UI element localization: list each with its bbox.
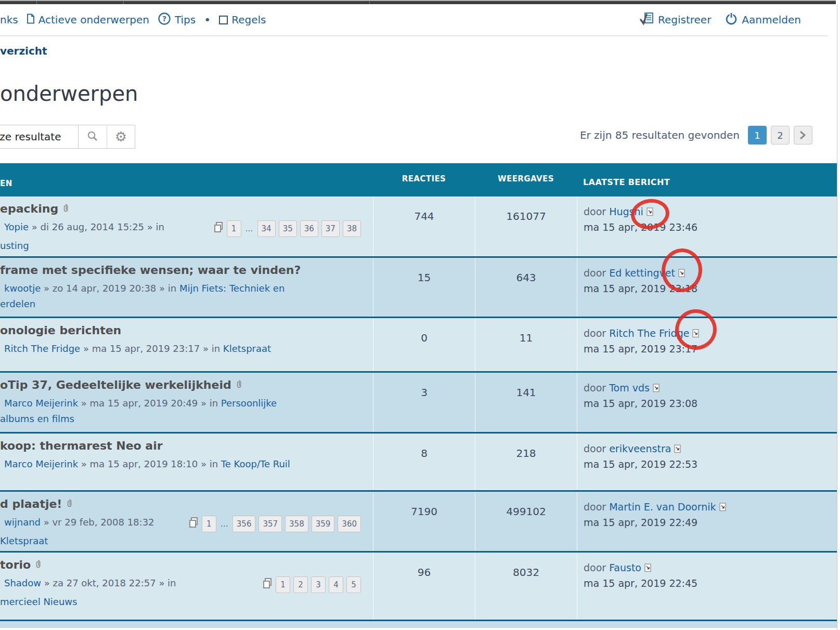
topic-cell: oTip 37, Gedeeltelijke werkelijkheid Mar… [0, 373, 373, 432]
topic-row: frame met specifieke wensen; waar te vin… [0, 256, 837, 317]
power-icon [725, 12, 738, 28]
topic-forum-link[interactable]: Kletspraat [223, 343, 271, 354]
topic-title-link[interactable]: oTip 37, Gedeeltelijke werkelijkheid [0, 378, 231, 392]
pagination: 12 [748, 126, 812, 145]
square-icon [219, 16, 228, 24]
page-chip[interactable]: 356 [232, 516, 256, 532]
goto-last-post-icon[interactable] [719, 503, 727, 511]
search-button[interactable] [79, 125, 107, 148]
topic-forum-link[interactable]: usting [0, 240, 29, 251]
page-chip[interactable]: 1 [227, 220, 241, 237]
goto-last-post-icon[interactable] [678, 269, 686, 278]
goto-last-post-icon[interactable] [674, 444, 681, 453]
goto-last-post-icon[interactable] [653, 384, 660, 392]
lastpost-author-link[interactable]: Fausto [609, 560, 641, 575]
page-button[interactable]: 1 [748, 126, 767, 145]
topic-title-link[interactable]: torio [0, 558, 31, 572]
views-count: 218 [475, 434, 577, 490]
topic-author-link[interactable]: kwootje [4, 283, 41, 294]
topic-meta: » vr 29 feb, 2008 18:32 [41, 517, 154, 528]
nav-link-label: nks [0, 14, 18, 26]
topic-author-link[interactable]: Ritch The Fridge [4, 343, 80, 354]
topic-title-link[interactable]: frame met specifieke wensen; waar te vin… [0, 263, 301, 278]
goto-last-post-icon[interactable] [692, 329, 700, 338]
goto-last-post-icon[interactable] [644, 563, 652, 572]
replies-count: 744 [373, 196, 475, 256]
topic-cell: frame met specifieke wensen; waar te vin… [0, 258, 373, 317]
door-label: door [584, 204, 606, 219]
topic-row: oTip 37, Gedeeltelijke werkelijkheid Mar… [0, 371, 837, 432]
topic-forum-link[interactable]: Te Koop/Te Ruil [221, 458, 290, 469]
search-options-button[interactable]: ⚙ [107, 125, 135, 148]
topic-forum-link[interactable]: albums en films [0, 413, 74, 424]
page-chip[interactable]: 38 [343, 220, 361, 237]
col-header-topics: EN [0, 163, 373, 196]
door-label: door [584, 325, 606, 341]
page-chip[interactable]: 37 [321, 220, 340, 237]
page-chip[interactable]: 35 [279, 220, 297, 237]
page-chip[interactable]: 5 [346, 576, 361, 593]
login-link[interactable]: Aanmelden [725, 12, 801, 28]
topic-forum-link[interactable]: mercieel Nieuws [0, 596, 77, 607]
topic-meta: » zo 14 apr, 2019 20:38 » in [41, 283, 179, 294]
lastpost-date: ma 15 apr, 2019 22:53 [584, 456, 837, 472]
lastpost-cell: door Fausto ma 15 apr, 2019 22:45 [577, 553, 837, 620]
topics-table: EN REACTIES WEERGAVES LAATSTE BERICHT ep… [0, 163, 837, 628]
search-icon [86, 130, 99, 144]
lastpost-author-link[interactable]: Ed kettingvet [609, 265, 675, 281]
page-chip[interactable]: 2 [293, 576, 308, 593]
replies-count: 96 [373, 553, 475, 620]
topic-forum-link[interactable]: Kletspraat [0, 535, 48, 546]
nav-link-rules[interactable]: Regels [219, 14, 266, 26]
page-chip[interactable]: 358 [285, 516, 308, 532]
page-chip[interactable]: 359 [312, 516, 335, 532]
page-chip[interactable]: 4 [329, 576, 343, 593]
lastpost-date: ma 15 apr, 2019 23:18 [584, 281, 837, 296]
next-page-button[interactable] [794, 126, 812, 145]
nav-link-links[interactable]: nks [0, 14, 18, 26]
topic-author-link[interactable]: Yopie [4, 221, 29, 232]
page-chip[interactable]: 1 [202, 516, 216, 532]
topic-row: epacking Yopie » di 26 aug, 2014 15:25 »… [0, 196, 837, 256]
search-input[interactable] [0, 125, 88, 149]
topic-author-link[interactable]: Marco Meijerink [4, 458, 78, 469]
nav-link-label: Actieve onderwerpen [38, 14, 149, 26]
lastpost-author-link[interactable]: Tom vds [609, 380, 650, 396]
topic-title-link[interactable]: koop: thermarest Neo air [0, 439, 163, 453]
topic-title-link[interactable]: epacking [0, 202, 58, 216]
page-chip[interactable]: 357 [259, 516, 282, 532]
nav-link-tips[interactable]: ? Tips [158, 12, 196, 28]
topic-title-link[interactable]: onologie berichten [0, 323, 121, 338]
lastpost-cell: door Martin E. van Doornik ma 15 apr, 20… [577, 492, 837, 551]
topic-author-link[interactable]: Shadow [4, 578, 41, 588]
topic-author-link[interactable]: Marco Meijerink [4, 398, 78, 409]
page-chip[interactable]: 1 [276, 576, 290, 593]
page-chip[interactable]: 3 [311, 576, 326, 593]
topic-meta: » ma 15 apr, 2019 23:17 » in [80, 343, 223, 354]
lastpost-author-link[interactable]: erikveenstra [609, 441, 671, 456]
topic-forum-link[interactable]: Mijn Fiets: Techniek en [179, 283, 285, 294]
page-chip[interactable]: 36 [300, 220, 318, 237]
col-header-lastpost: LAATSTE BERICHT [577, 163, 837, 196]
lastpost-author-link[interactable]: Martin E. van Doornik [609, 499, 716, 515]
page-button[interactable]: 2 [771, 126, 790, 145]
register-link[interactable]: Registreer [640, 12, 711, 28]
browser-chrome-strip [0, 0, 836, 4]
topic-author-link[interactable]: wijnand [4, 517, 41, 528]
page-chip[interactable]: 34 [257, 220, 276, 237]
topic-forum-link[interactable]: Persoonlijke [221, 398, 277, 409]
forum-page: nks Actieve onderwerpen ? Tips • Regels … [0, 4, 837, 630]
lastpost-author-link[interactable]: Ritch The Fridge [609, 325, 689, 341]
nav-link-label: Tips [175, 14, 196, 26]
lastpost-cell: door Ed kettingvet ma 15 apr, 2019 23:18 [577, 258, 837, 317]
topic-row: onologie berichten Ritch The Fridge » ma… [0, 317, 837, 371]
lastpost-date: ma 15 apr, 2019 22:45 [584, 575, 837, 591]
nav-link-active-topics[interactable]: Actieve onderwerpen [27, 14, 149, 27]
lastpost-author-link[interactable]: Hugsni [609, 204, 643, 219]
page-title: onderwerpen [0, 80, 837, 107]
goto-last-post-icon[interactable] [647, 207, 654, 216]
topic-forum-link[interactable]: erdelen [0, 298, 35, 309]
topic-title-link[interactable]: d plaatje! [0, 497, 62, 511]
page-chip[interactable]: 360 [338, 516, 361, 532]
breadcrumb[interactable]: verzicht [0, 45, 47, 57]
